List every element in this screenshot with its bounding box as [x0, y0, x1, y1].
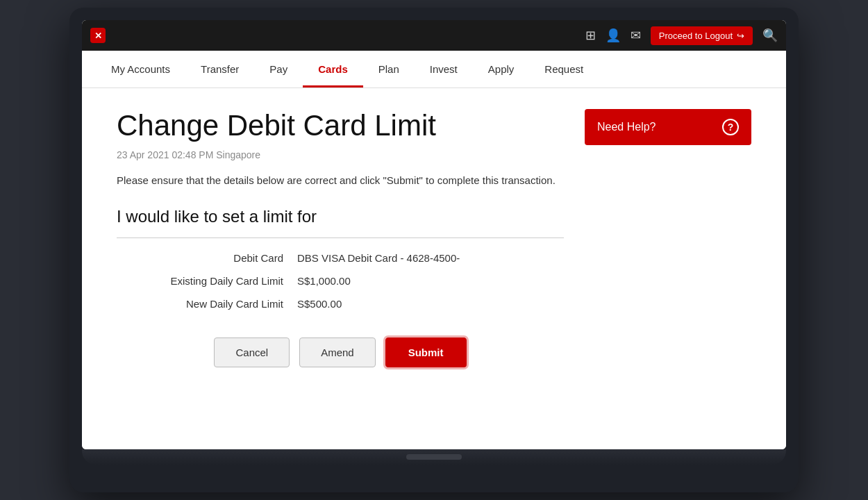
laptop-base — [82, 449, 786, 465]
debit-card-value: DBS VISA Debit Card - 4628-4500- — [297, 252, 460, 264]
section-heading: I would like to set a limit for — [117, 207, 564, 226]
nav-item-plan[interactable]: Plan — [363, 51, 415, 88]
debit-card-label: Debit Card — [117, 252, 297, 264]
amend-button[interactable]: Amend — [299, 338, 376, 367]
nav-item-request[interactable]: Request — [529, 51, 599, 88]
nav-item-cards[interactable]: Cards — [303, 51, 363, 88]
logout-button[interactable]: Proceed to Logout ↪ — [651, 26, 753, 45]
laptop-notch — [406, 454, 462, 460]
grid-icon[interactable]: ⊞ — [585, 28, 596, 43]
top-bar: ✕ ⊞ 👤 ✉ Proceed to Logout ↪ 🔍 — [82, 20, 786, 51]
help-panel: Need Help? ? — [585, 109, 751, 415]
logout-icon: ↪ — [737, 31, 744, 41]
detail-table: Debit Card DBS VISA Debit Card - 4628-45… — [117, 252, 564, 310]
divider — [117, 238, 564, 238]
new-limit-label: New Daily Card Limit — [117, 298, 297, 310]
cancel-button[interactable]: Cancel — [214, 338, 290, 367]
page-title: Change Debit Card Limit — [117, 109, 564, 142]
instruction-text: Please ensure that the details below are… — [117, 174, 564, 186]
submit-button[interactable]: Submit — [385, 338, 467, 367]
search-icon[interactable]: 🔍 — [762, 28, 778, 43]
main-content: Change Debit Card Limit 23 Apr 2021 02:4… — [82, 88, 786, 449]
logout-label: Proceed to Logout — [659, 31, 733, 41]
need-help-label: Need Help? — [597, 121, 656, 133]
user-icon[interactable]: 👤 — [606, 28, 621, 43]
nav-item-my-accounts[interactable]: My Accounts — [96, 51, 185, 88]
timestamp: 23 Apr 2021 02:48 PM Singapore — [117, 149, 564, 160]
nav-item-pay[interactable]: Pay — [254, 51, 303, 88]
new-limit-value: S$500.00 — [297, 298, 342, 310]
content-area: Change Debit Card Limit 23 Apr 2021 02:4… — [117, 109, 564, 415]
debit-card-row: Debit Card DBS VISA Debit Card - 4628-45… — [117, 252, 564, 264]
nav-item-invest[interactable]: Invest — [415, 51, 473, 88]
top-bar-left: ✕ — [90, 28, 106, 43]
help-icon: ? — [722, 119, 739, 135]
mail-icon[interactable]: ✉ — [631, 28, 641, 43]
top-bar-right: ⊞ 👤 ✉ Proceed to Logout ↪ 🔍 — [585, 26, 778, 45]
existing-limit-row: Existing Daily Card Limit S$1,000.00 — [117, 275, 564, 287]
button-row: Cancel Amend Submit — [117, 338, 564, 367]
new-limit-row: New Daily Card Limit S$500.00 — [117, 298, 564, 310]
nav-item-apply[interactable]: Apply — [473, 51, 530, 88]
close-button[interactable]: ✕ — [90, 28, 106, 43]
existing-limit-label: Existing Daily Card Limit — [117, 275, 297, 287]
nav-item-transfer[interactable]: Transfer — [185, 51, 254, 88]
screen: ✕ ⊞ 👤 ✉ Proceed to Logout ↪ 🔍 My Account… — [82, 20, 786, 449]
existing-limit-value: S$1,000.00 — [297, 275, 351, 287]
nav-bar: My Accounts Transfer Pay Cards Plan Inve… — [82, 51, 786, 88]
laptop-frame: ✕ ⊞ 👤 ✉ Proceed to Logout ↪ 🔍 My Account… — [69, 8, 799, 492]
need-help-button[interactable]: Need Help? ? — [585, 109, 751, 145]
